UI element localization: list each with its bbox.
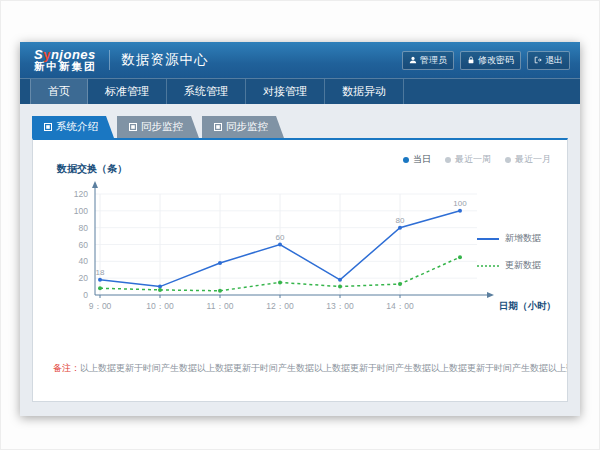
- page-title: 数据资源中心: [122, 51, 209, 69]
- admin-button-label: 管理员: [420, 54, 447, 67]
- tab-icon: [44, 123, 52, 131]
- company-name: 新中新集团: [34, 61, 97, 72]
- tab-icon: [129, 123, 137, 131]
- svg-text:13：00: 13：00: [326, 301, 354, 311]
- svg-text:日期（小时）: 日期（小时）: [499, 300, 556, 312]
- header-divider: [109, 50, 110, 70]
- filter-label: 最近一月: [515, 153, 551, 166]
- svg-text:12：00: 12：00: [266, 301, 294, 311]
- tab-label: 同步监控: [141, 120, 183, 134]
- legend-dot-icon: [445, 157, 451, 163]
- legend-label: 新增数据: [505, 232, 541, 245]
- filter-label: 当日: [413, 153, 431, 166]
- legend-label: 更新数据: [505, 259, 541, 272]
- svg-text:20: 20: [79, 273, 89, 283]
- chart-series-legend: 新增数据 更新数据: [477, 232, 555, 286]
- footnote: 备注：以上数据更新于时间产生数据以上数据更新于时间产生数据以上数据更新于时间产生…: [33, 362, 567, 375]
- legend-item-new-data[interactable]: 新增数据: [477, 232, 555, 245]
- tab-sync-monitor-2[interactable]: 同步监控: [202, 116, 284, 138]
- svg-text:10：00: 10：00: [146, 301, 174, 311]
- svg-text:80: 80: [79, 223, 89, 233]
- tab-sync-monitor-1[interactable]: 同步监控: [117, 116, 199, 138]
- brand-logo: Synjones 新中新集团: [34, 48, 97, 73]
- nav-item-data-change[interactable]: 数据异动: [325, 79, 404, 104]
- main-nav: 首页 标准管理 系统管理 对接管理 数据异动: [20, 78, 580, 104]
- app-window: Synjones 新中新集团 数据资源中心 管理员 修改密码 退出: [20, 42, 580, 416]
- logout-icon: [534, 56, 542, 64]
- nav-item-system-mgmt[interactable]: 系统管理: [167, 79, 246, 104]
- footnote-text: 以上数据更新于时间产生数据以上数据更新于时间产生数据以上数据更新于时间产生数据以…: [80, 363, 567, 373]
- nav-item-integration-mgmt[interactable]: 对接管理: [246, 79, 325, 104]
- solid-line-icon: [477, 235, 499, 243]
- svg-text:18: 18: [96, 268, 105, 277]
- tab-system-intro[interactable]: 系统介绍: [32, 116, 114, 138]
- change-password-label: 修改密码: [478, 54, 514, 67]
- time-filter-group: 当日 最近一周 最近一月: [403, 153, 551, 166]
- nav-item-standard-mgmt[interactable]: 标准管理: [88, 79, 167, 104]
- svg-text:40: 40: [79, 256, 89, 266]
- nav-item-home[interactable]: 首页: [30, 79, 88, 104]
- tab-label: 系统介绍: [56, 120, 98, 134]
- svg-text:60: 60: [276, 233, 285, 242]
- brand-name: Synjones: [34, 48, 97, 62]
- legend-dot-icon: [403, 157, 409, 163]
- logout-label: 退出: [545, 54, 563, 67]
- filter-today[interactable]: 当日: [403, 153, 431, 166]
- user-icon: [409, 56, 417, 64]
- footnote-prefix: 备注：: [53, 363, 80, 373]
- filter-label: 最近一周: [455, 153, 491, 166]
- change-password-button[interactable]: 修改密码: [460, 51, 521, 70]
- admin-button[interactable]: 管理员: [402, 51, 454, 70]
- dashed-line-icon: [477, 262, 499, 270]
- lock-icon: [467, 56, 475, 64]
- svg-text:0: 0: [83, 290, 88, 300]
- legend-dot-icon: [505, 157, 511, 163]
- svg-text:120: 120: [74, 189, 88, 199]
- svg-text:14：00: 14：00: [386, 301, 414, 311]
- chart-panel: 当日 最近一周 最近一月 数据交换（条） 0204060801001209：00…: [32, 138, 568, 402]
- svg-text:80: 80: [396, 216, 405, 225]
- tab-icon: [214, 123, 222, 131]
- tab-bar: 系统介绍 同步监控 同步监控: [32, 116, 568, 138]
- desktop-background: Synjones 新中新集团 数据资源中心 管理员 修改密码 退出: [0, 0, 600, 450]
- app-header: Synjones 新中新集团 数据资源中心 管理员 修改密码 退出: [20, 42, 580, 78]
- svg-text:100: 100: [453, 199, 467, 208]
- logout-button[interactable]: 退出: [527, 51, 570, 70]
- svg-text:11：00: 11：00: [207, 301, 234, 311]
- filter-last-week[interactable]: 最近一周: [445, 153, 491, 166]
- svg-text:100: 100: [74, 206, 88, 216]
- tab-label: 同步监控: [226, 120, 268, 134]
- svg-text:60: 60: [79, 240, 89, 250]
- svg-text:9：00: 9：00: [89, 301, 112, 311]
- content-area: 系统介绍 同步监控 同步监控 当日: [20, 104, 580, 416]
- y-axis-title: 数据交换（条）: [57, 162, 127, 176]
- filter-last-month[interactable]: 最近一月: [505, 153, 551, 166]
- user-action-group: 管理员 修改密码 退出: [402, 51, 570, 70]
- legend-item-update-data[interactable]: 更新数据: [477, 259, 555, 272]
